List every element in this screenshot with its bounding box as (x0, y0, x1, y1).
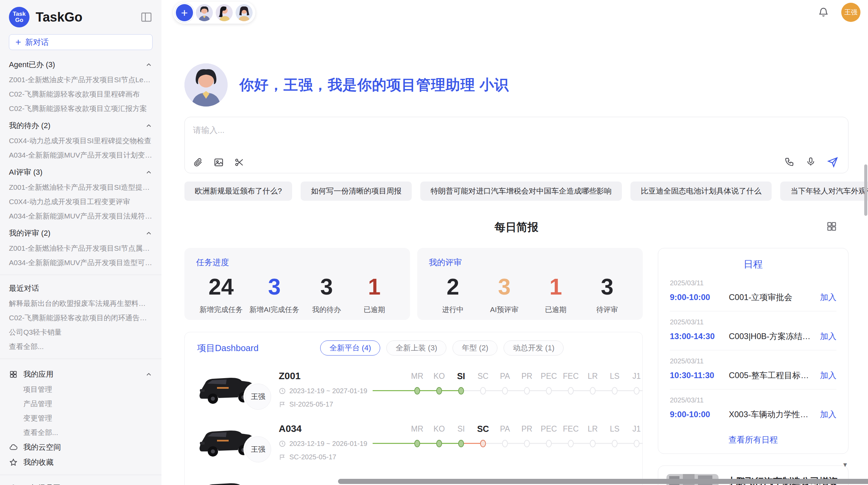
suggestion-chip[interactable]: 特朗普可能对进口汽车增税会对中国车企造成哪些影响 (420, 182, 622, 201)
milestone-dot[interactable] (524, 440, 530, 447)
milestone-dot[interactable] (414, 387, 420, 395)
avatar[interactable] (196, 4, 213, 21)
suggestion-chip[interactable]: 比亚迪全固态电池计划具体说了什么 (630, 182, 772, 201)
stat-card: 任务进度24新增完成任务3新增AI完成任务3我的待办1已逾期 (184, 248, 410, 320)
filter-chip[interactable]: 全新平台 (4) (320, 340, 380, 356)
recent-conversation-item[interactable]: 解释最新出台的欧盟报废车法规再生塑料比例被调至15%... (9, 296, 153, 311)
milestone-dot[interactable] (480, 440, 486, 447)
sidebar-item[interactable]: C02-飞腾新能源轻客改款项目里程碑画布 (9, 87, 153, 101)
stat: 2进行中 (432, 274, 473, 314)
milestone-dot[interactable] (612, 387, 618, 395)
sidebar-item[interactable]: C02-飞腾新能源轻客改款项目立项汇报方案 (9, 101, 153, 116)
project-row[interactable]: 王强Z0012023-12-19 ~ 2027-01-19SI-2025-05-… (197, 369, 630, 408)
milestone-dot[interactable] (480, 387, 486, 395)
sidebar-item[interactable]: A034-全新新能源MUV产品开发项目造型可行性评审 (9, 256, 153, 270)
avatar[interactable] (236, 4, 253, 21)
sidebar-item-my-apps[interactable]: 我的应用 (9, 366, 153, 382)
suggestion-chip[interactable]: 当下年轻人对汽车外观有怎样的喜好趋势 (780, 182, 868, 201)
milestone-dot[interactable] (524, 387, 530, 395)
sidebar-item[interactable]: Z001-全新燃油皮卡产品开发项目SI节点Lesson Learn报告 (9, 73, 153, 87)
add-conversation-button[interactable]: + (176, 4, 193, 21)
stat: 1已逾期 (535, 274, 576, 314)
sidebar-section-header[interactable]: Agent已办 (3) (9, 57, 153, 73)
suggestion-chip[interactable]: 如何写一份清晰的项目周报 (301, 182, 412, 201)
project-image (197, 475, 256, 485)
send-icon[interactable] (827, 156, 839, 167)
filter-chip[interactable]: 全新上装 (3) (386, 340, 446, 356)
milestone-dot[interactable] (436, 440, 442, 447)
scroll-down-arrow[interactable]: ▼ (842, 461, 848, 469)
project-row[interactable]: 王强A0342023-12-19 ~ 2026-01-19SC-2025-05-… (197, 422, 630, 461)
join-link[interactable]: 加入 (820, 370, 836, 381)
chevron-up-icon (145, 61, 153, 69)
sidebar-item[interactable]: Z001-全新燃油轻卡产品开发项目SI造型提交物评审 (9, 180, 153, 195)
sidebar-item[interactable]: Z001-全新燃油轻卡产品开发项目SI节点属性5D文件评审 (9, 241, 153, 256)
milestone-label: PR (516, 422, 538, 436)
sidebar-item[interactable]: C0X4-动力总成开发项目工程变更评审 (9, 195, 153, 209)
app-sub-item[interactable]: 项目管理 (9, 382, 153, 397)
vertical-scrollbar[interactable] (864, 164, 867, 216)
phone-icon[interactable] (784, 157, 795, 167)
mic-icon[interactable] (806, 157, 816, 167)
paperclip-icon[interactable] (193, 157, 203, 167)
sidebar-item-ai-super-staff[interactable]: AI超级员工 (9, 481, 153, 485)
filter-chip[interactable]: 动总开发 (1) (504, 340, 564, 356)
view-all-schedule-link[interactable]: 查看所有日程 (670, 434, 836, 445)
project-info: A0342023-12-19 ~ 2026-01-19SC-2025-05-17 (279, 422, 364, 461)
project-owner-badge: 王强 (245, 436, 271, 462)
join-link[interactable]: 加入 (820, 292, 836, 303)
recent-conversation-item[interactable]: 公司Q3轻卡销量 (9, 325, 153, 339)
sidebar-item[interactable]: A034-全新新能源MUV产品开发项目法规符合性评审 (9, 209, 153, 223)
panel-collapse-icon[interactable] (140, 11, 153, 23)
join-link[interactable]: 加入 (820, 409, 836, 420)
scissors-icon[interactable] (234, 157, 244, 167)
milestone-dot[interactable] (546, 387, 552, 395)
milestone-label: LR (582, 422, 604, 436)
milestone-dot[interactable] (458, 440, 464, 447)
milestone-dot[interactable] (568, 440, 574, 447)
milestone-dot[interactable] (502, 387, 508, 395)
sidebar-section-header[interactable]: 我的评审 (2) (9, 225, 153, 241)
horizontal-scrollbar[interactable] (338, 479, 868, 484)
chat-input[interactable]: 请输入... (184, 117, 848, 173)
milestone-dot[interactable] (612, 440, 618, 447)
milestone: LR (582, 369, 604, 399)
milestone-label: PEC (538, 422, 560, 436)
stat-label: 新增AI完成任务 (249, 305, 299, 314)
milestone-dot[interactable] (458, 387, 464, 395)
logo-line1: Task (13, 11, 26, 17)
app-sub-item[interactable]: 产品管理 (9, 397, 153, 411)
bell-icon[interactable] (818, 7, 829, 18)
milestone-dot[interactable] (414, 440, 420, 447)
milestone-dot[interactable] (546, 440, 552, 447)
milestone-dot[interactable] (634, 387, 640, 395)
layout-grid-icon[interactable] (826, 221, 837, 232)
join-link[interactable]: 加入 (820, 331, 836, 342)
sidebar-item-favorites[interactable]: 我的收藏 (9, 455, 153, 470)
milestone-dot[interactable] (502, 440, 508, 447)
image-icon[interactable] (214, 157, 224, 167)
milestone-dot[interactable] (568, 387, 574, 395)
input-placeholder: 请输入... (193, 125, 225, 136)
sidebar-item-cloud-space[interactable]: 我的云空间 (9, 440, 153, 455)
milestone-dot[interactable] (436, 387, 442, 395)
filter-chip[interactable]: 年型 (2) (453, 340, 497, 356)
app-sub-item[interactable]: 变更管理 (9, 411, 153, 425)
favorites-label: 我的收藏 (23, 457, 53, 468)
milestone: LS (604, 422, 626, 451)
sidebar-item[interactable]: C0X4-动力总成开发项目SI里程碑提交物检查 (9, 134, 153, 148)
user-avatar[interactable]: 王强 (841, 3, 860, 22)
sidebar-section-header[interactable]: 我的待办 (2) (9, 118, 153, 134)
milestone-dot[interactable] (634, 440, 640, 447)
sidebar-item[interactable]: A034-全新新能源MUV产品开发项目计划变更表编写 (9, 148, 153, 162)
recent-conversation-item[interactable]: C02-飞腾新能源轻客改款项目的闭环通告反馈情况 (9, 311, 153, 325)
app-sub-item[interactable]: 查看全部... (9, 425, 153, 440)
milestone-label: J1 (626, 422, 643, 436)
suggestion-chip[interactable]: 欧洲新规最近颁布了什么? (184, 182, 292, 201)
sidebar-section-header[interactable]: AI评审 (3) (9, 164, 153, 180)
avatar[interactable] (216, 4, 233, 21)
milestone-dot[interactable] (590, 387, 596, 395)
recent-conversation-item[interactable]: 查看全部... (9, 339, 153, 354)
new-chat-button[interactable]: + 新对话 (9, 34, 153, 50)
milestone-dot[interactable] (590, 440, 596, 447)
